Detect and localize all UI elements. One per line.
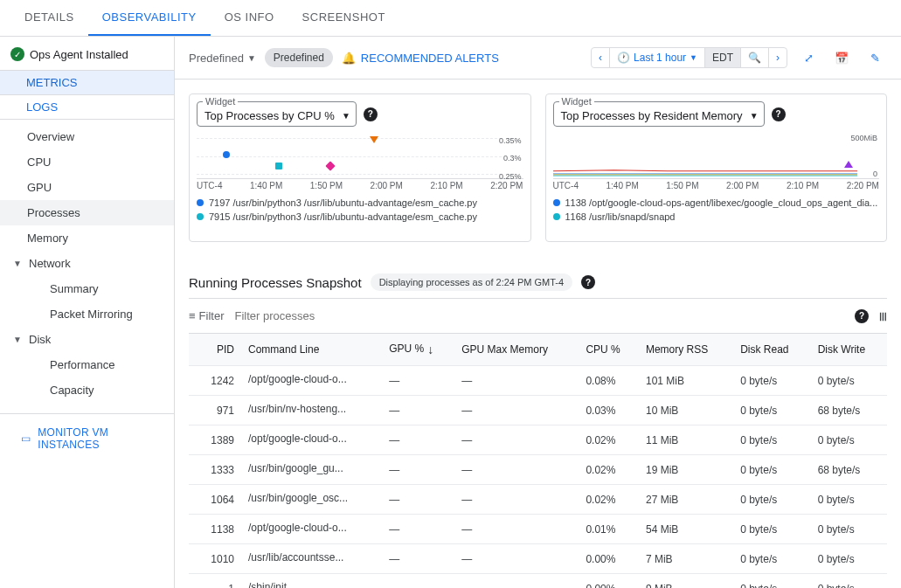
table-row[interactable]: 1 /sbin/init — — 0.00% 9 MiB 0 byte/s 0 … [189,574,887,589]
cell-rss: 10 MiB [639,396,733,425]
filter-input[interactable] [231,306,848,326]
cell-rss: 101 MiB [639,366,733,396]
table-row[interactable]: 1333 /usr/bin/google_gu... — — 0.02% 19 … [189,455,887,485]
help-icon[interactable]: ? [772,107,786,121]
col-gpumax[interactable]: GPU Max Memory [454,334,579,366]
main-panel: Predefined▼ Predefined 🔔 RECOMMENDED ALE… [175,37,901,588]
table-row[interactable]: 971 /usr/bin/nv-hosteng... — — 0.03% 10 … [189,396,887,425]
col-rss[interactable]: Memory RSS [639,334,733,366]
cell-cmd: /opt/google-cloud-o... [241,366,382,396]
sidebar: ✓ Ops Agent Installed METRICS LOGS Overv… [0,37,175,588]
reset-zoom-button[interactable]: ⤢ [796,45,821,70]
sidebar-item-processes[interactable]: Processes [0,200,174,225]
col-pid[interactable]: PID [189,334,241,366]
status-label: Ops Agent Installed [30,48,128,61]
filter-bar: ≡Filter ? ⫼ [189,298,887,334]
tab-observability[interactable]: OBSERVABILITY [88,0,211,36]
chart-point [326,161,336,170]
predefined-chip[interactable]: Predefined [265,48,333,67]
sidebar-item-overview[interactable]: Overview [0,124,174,149]
cell-rss: 27 MiB [639,485,733,515]
predefined-dropdown[interactable]: Predefined▼ [189,52,256,65]
help-icon[interactable]: ? [855,309,869,323]
cell-gpumax: — [454,574,579,589]
monitor-vm-instances-link[interactable]: ▭ MONITOR VM INSTANCES [0,413,174,463]
sidebar-item-gpu[interactable]: GPU [0,175,174,200]
widget-top-processes-memory: Widget Top Processes by Resident Memory … [545,93,888,242]
snapshot-title: Running Processes Snapshot [189,275,362,290]
widget-select-cpu[interactable]: Widget Top Processes by CPU % ▼ [197,101,357,127]
cell-dwrite: 68 byte/s [811,396,887,425]
time-range-label[interactable]: 🕐Last 1 hour▼ [610,48,705,67]
table-row[interactable]: 1064 /usr/bin/google_osc... — — 0.02% 27… [189,485,887,515]
widget-select-memory[interactable]: Widget Top Processes by Resident Memory … [553,101,765,127]
timezone-chip[interactable]: EDT [705,48,741,67]
cell-dread: 0 byte/s [733,455,810,485]
chart-memory: 500MiB 0 [553,134,880,179]
table-row[interactable]: 1010 /usr/lib/accountsse... — — 0.00% 7 … [189,544,887,574]
chevron-down-icon: ▼ [247,53,256,63]
legend-item[interactable]: 1168 /usr/lib/snapd/snapd [553,211,880,222]
chart-point [844,161,853,168]
legend-item[interactable]: 7915 /usr/bin/python3 /usr/lib/ubuntu-ad… [197,211,523,222]
sidebar-item-metrics[interactable]: METRICS [0,70,174,95]
legend-item[interactable]: 7197 /usr/bin/python3 /usr/lib/ubuntu-ad… [197,197,523,208]
cell-gpumax: — [454,455,579,485]
chevron-left-icon: ‹ [599,52,602,64]
cell-dwrite: 0 byte/s [811,515,887,544]
table-row[interactable]: 1138 /opt/google-cloud-o... — — 0.01% 54… [189,515,887,544]
sidebar-item-disk[interactable]: ▼Disk [0,327,174,352]
chart-point [223,151,230,158]
cell-pid: 971 [189,396,241,425]
sidebar-item-logs[interactable]: LOGS [0,94,174,120]
legend-item[interactable]: 1138 /opt/google-cloud-ops-agent/libexec… [553,197,880,208]
cell-cmd: /opt/google-cloud-o... [241,515,382,544]
tab-screenshot[interactable]: SCREENSHOT [288,0,399,36]
cell-pid: 1242 [189,366,241,396]
cell-dwrite: 0 byte/s [811,544,887,574]
cell-dread: 0 byte/s [733,574,810,589]
sidebar-item-summary[interactable]: Summary [0,276,174,301]
sidebar-item-performance[interactable]: Performance [0,352,174,377]
help-icon[interactable]: ? [364,107,378,121]
tab-details[interactable]: DETAILS [10,0,88,36]
table-row[interactable]: 1242 /opt/google-cloud-o... — — 0.08% 10… [189,366,887,396]
edit-button[interactable]: ✎ [863,45,887,70]
cell-rss: 7 MiB [639,544,733,574]
chart-point [370,136,378,143]
snapshot-subtitle: Displaying processes as of 2:24 PM GMT-4 [371,273,573,291]
cell-dwrite: 0 byte/s [811,425,887,455]
help-icon[interactable]: ? [581,275,595,289]
cell-pid: 1010 [189,544,241,574]
column-selector-icon[interactable]: ⫼ [877,309,887,323]
cell-cmd: /usr/bin/google_gu... [241,455,382,485]
sidebar-item-capacity[interactable]: Capacity [0,377,174,403]
sidebar-item-packet-mirroring[interactable]: Packet Mirroring [0,301,174,327]
calendar-button[interactable]: 📅 [829,45,854,70]
sidebar-item-network[interactable]: ▼Network [0,251,174,276]
col-dread[interactable]: Disk Read [733,334,810,366]
chevron-right-icon: › [776,52,780,64]
recommended-alerts-button[interactable]: 🔔 RECOMMENDED ALERTS [342,52,499,65]
check-icon: ✓ [10,47,24,61]
widget-top-processes-cpu: Widget Top Processes by CPU % ▼ ? 0.35% … [189,93,531,242]
time-next-button[interactable]: › [769,48,787,67]
chevron-down-icon: ▼ [690,53,697,62]
cell-dread: 0 byte/s [733,515,810,544]
cell-cpu: 0.02% [579,485,639,515]
sidebar-item-memory[interactable]: Memory [0,225,174,251]
col-gpu[interactable]: GPU %↓ [382,334,454,366]
col-cmd[interactable]: Command Line [241,334,382,366]
sidebar-item-cpu[interactable]: CPU [0,149,174,175]
cell-dwrite: 0 byte/s [811,485,887,515]
tab-osinfo[interactable]: OS INFO [211,0,288,36]
col-dwrite[interactable]: Disk Write [811,334,887,366]
x-axis-memory: UTC-4 1:40 PM 1:50 PM 2:00 PM 2:10 PM 2:… [553,179,880,192]
chevron-down-icon: ▼ [13,335,24,344]
table-row[interactable]: 1389 /opt/google-cloud-o... — — 0.02% 11… [189,425,887,455]
col-cpu[interactable]: CPU % [579,334,639,366]
cell-cpu: 0.02% [579,425,639,455]
time-range-picker[interactable]: ‹ 🕐Last 1 hour▼ EDT 🔍 › [591,47,787,68]
time-search-button[interactable]: 🔍 [741,48,769,67]
time-prev-button[interactable]: ‹ [592,48,610,67]
